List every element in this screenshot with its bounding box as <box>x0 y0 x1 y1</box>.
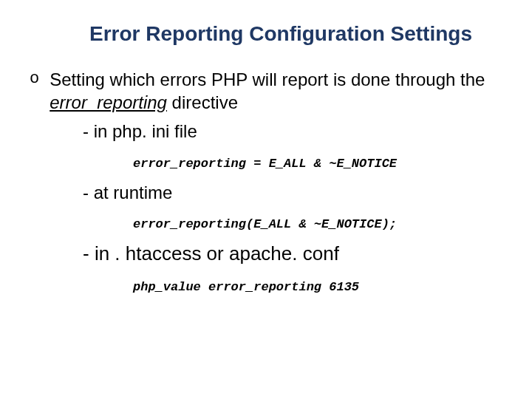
sub-item-1-label: - in php. ini file <box>83 120 502 143</box>
sub-item-2-label: - at runtime <box>83 181 502 204</box>
bullet-text: Setting which errors PHP will report is … <box>50 68 502 114</box>
main-bullet: o Setting which errors PHP will report i… <box>30 68 502 114</box>
bullet-directive-name: error_reporting <box>50 92 167 112</box>
sub-item-2: - at runtime error_reporting(E_ALL & ~E_… <box>30 181 502 231</box>
sub-item-3-code: php_value error_reporting 6135 <box>133 280 502 294</box>
sub-item-1: - in php. ini file error_reporting = E_A… <box>30 120 502 170</box>
bullet-line1: Setting which errors PHP will report is … <box>50 69 485 89</box>
bullet-marker: o <box>30 69 39 88</box>
sub-item-3-label: - in . htaccess or apache. conf <box>83 242 502 267</box>
sub-item-1-code: error_reporting = E_ALL & ~E_NOTICE <box>133 157 502 171</box>
sub-item-3: - in . htaccess or apache. conf php_valu… <box>30 242 502 294</box>
slide-title: Error Reporting Configuration Settings <box>59 22 502 46</box>
bullet-line2-rest: directive <box>167 92 238 112</box>
sub-item-2-code: error_reporting(E_ALL & ~E_NOTICE); <box>133 217 502 231</box>
